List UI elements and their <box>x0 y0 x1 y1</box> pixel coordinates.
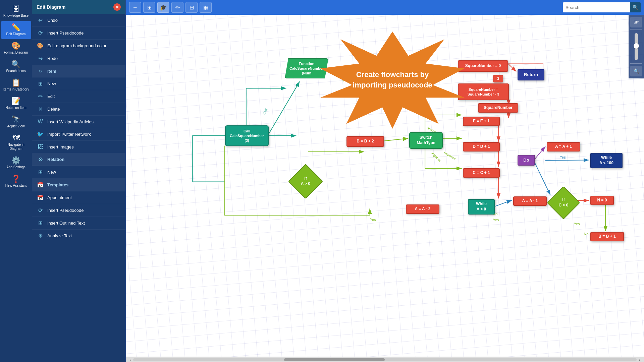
sidebar-item-label: Notes on Item <box>5 106 26 110</box>
sidebar-item-label: Items in Category <box>3 87 29 92</box>
search-items-icon: 🔍 <box>11 61 20 68</box>
appointment-icon: 📅 <box>37 194 44 201</box>
zoom-slider[interactable] <box>635 33 638 60</box>
scroll-right-button[interactable]: › <box>637 357 643 362</box>
right-btn-search[interactable]: 🔍 <box>630 66 642 76</box>
main-area: ← ⊞ 🎓 ✏ ⊟ ▦ 🔍 <box>126 0 644 362</box>
close-button[interactable]: ✕ <box>113 3 121 11</box>
node-a-plus1[interactable]: A = A + 1 <box>547 142 580 152</box>
sidebar-item-label: App Settings <box>6 165 25 169</box>
right-toolbar: ⊞⊡ 🔍 <box>629 15 644 78</box>
outlined-text-icon: ⊞ <box>37 220 44 226</box>
relation-section-icon: ⊙ <box>37 156 44 163</box>
redo-icon: ↪ <box>37 55 44 62</box>
undo-icon: ↩ <box>37 17 44 23</box>
node-d-plus1[interactable]: D = D + 1 <box>463 142 500 152</box>
sidebar-item-app-settings[interactable]: ⚙️ App Settings <box>1 154 31 172</box>
menu-insert-pseudocode[interactable]: ⟳ Insert Pseudocode <box>32 27 125 40</box>
zoom-slider-thumb <box>634 43 639 49</box>
node-while-a-lt100[interactable]: WhileA < 100 <box>590 153 623 168</box>
menu-analyze-text[interactable]: ✳ Analyze Text <box>32 230 125 242</box>
menu-import-twitter[interactable]: 🐦 Import Twitter Network <box>32 128 125 141</box>
delete-icon: ✕ <box>37 106 44 112</box>
sidebar-item-label: Format Diagram <box>4 51 28 55</box>
menu-new-item[interactable]: ⊞ New <box>32 77 125 90</box>
table-button[interactable]: ⊟ <box>185 2 198 13</box>
menu-insert-pseudocode2[interactable]: ⟳ Insert Pseudocode <box>32 204 125 217</box>
node-a-minus2[interactable]: A = A - 2 <box>406 204 439 214</box>
insert-pseudocode-icon: ⟳ <box>37 30 44 36</box>
menu-insert-images[interactable]: 🖼 Insert Images <box>32 141 125 153</box>
starburst-callout: Create flowcharts by importing pseudocod… <box>320 32 465 129</box>
search-button[interactable]: 🔍 <box>630 2 641 12</box>
templates-section-icon: 📅 <box>37 182 44 188</box>
context-panel-title: Edit Diagram <box>37 4 65 10</box>
menu-edit[interactable]: ✏ Edit <box>32 90 125 103</box>
item-section-icon: ○ <box>37 68 44 74</box>
node-squarenumber0[interactable]: SquareNumber = 0 <box>458 60 508 72</box>
sidebar-item-knowledge-base[interactable]: 🗄 Knowledge Base <box>1 3 31 20</box>
search-input[interactable] <box>563 2 630 12</box>
sidebar-item-search-items[interactable]: 🔍 Search Items <box>1 58 31 76</box>
scrollbar-track[interactable] <box>133 358 637 361</box>
menu-redo[interactable]: ↪ Redo <box>32 52 125 65</box>
menu-appointment[interactable]: 📅 Appointment <box>32 191 125 204</box>
navigate-icon: 🗺 <box>12 134 20 142</box>
pen-button[interactable]: ✏ <box>171 2 183 13</box>
node-if-c-gt0[interactable]: IfC > 0 <box>552 191 575 215</box>
menu-insert-wikipedia[interactable]: W Insert Wikipedia Articles <box>32 116 125 128</box>
bottom-scrollbar: ‹ › <box>126 357 644 362</box>
chart-button[interactable]: ▦ <box>200 2 212 13</box>
sidebar-item-items-in-category[interactable]: 📋 Items in Category <box>1 76 31 94</box>
node-switch[interactable]: SwitchMathType <box>409 132 443 149</box>
node-e-plus1[interactable]: E = E + 1 <box>463 117 500 126</box>
images-icon: 🖼 <box>37 144 44 150</box>
node-b-plus1[interactable]: B = B + 1 <box>590 232 624 241</box>
diagram-canvas[interactable]: Call No Yes Arithmetic Statistics Algebr… <box>126 15 644 357</box>
node-a-minus1[interactable]: A = A - 1 <box>513 196 547 206</box>
app-settings-icon: ⚙️ <box>11 157 20 164</box>
node-return[interactable]: Return <box>518 69 544 80</box>
menu-undo[interactable]: ↩ Undo <box>32 14 125 27</box>
node-b-plus2[interactable]: B = B + 2 <box>346 136 384 147</box>
sidebar-item-label: Edit Diagram <box>6 32 26 36</box>
node-squarenumber-lbl[interactable]: SquareNumber <box>478 103 518 113</box>
context-panel-header: Edit Diagram ✕ <box>32 0 125 14</box>
sidebar-item-format-diagram[interactable]: 🎨 Format Diagram <box>1 40 31 57</box>
sidebar-item-navigate[interactable]: 🗺 Navigate in Diagram <box>1 132 31 154</box>
sidebar-item-label: Search Items <box>6 69 26 73</box>
menu-edit-bg-color[interactable]: 🎨 Edit diagram background color <box>32 40 125 52</box>
scrollbar-thumb[interactable] <box>284 358 385 361</box>
insert-pseudo2-icon: ⟳ <box>37 207 44 214</box>
menu-insert-outlined-text[interactable]: ⊞ Insert Outlined Text <box>32 217 125 230</box>
starburst-text: Create flowcharts by importing pseudocod… <box>345 70 439 90</box>
grid-button[interactable]: ⊞ <box>143 2 155 13</box>
sidebar-item-label: Navigate in Diagram <box>2 143 30 151</box>
back-button[interactable]: ← <box>129 2 141 13</box>
node-c-plus1[interactable]: C = C + 1 <box>463 168 500 178</box>
sidebar-item-adjust-view[interactable]: 🔭 Adjust View <box>1 113 31 131</box>
twitter-icon: 🐦 <box>37 131 44 137</box>
right-btn-grid[interactable]: ⊞⊡ <box>630 17 642 27</box>
hat-button[interactable]: 🎓 <box>157 2 169 13</box>
menu-new-relation[interactable]: ⊞ New <box>32 166 125 179</box>
knowledge-base-icon: 🗄 <box>12 5 20 13</box>
scroll-left-button[interactable]: ‹ <box>127 357 133 362</box>
sidebar: 🗄 Knowledge Base ✏️ Edit Diagram 🎨 Forma… <box>0 0 32 362</box>
analyze-text-icon: ✳ <box>37 233 44 239</box>
context-panel: Edit Diagram ✕ ↩ Undo ⟳ Insert Pseudocod… <box>32 0 126 362</box>
node-n-eq0[interactable]: N = 0 <box>590 196 614 205</box>
search-area: 🔍 <box>563 2 641 12</box>
node-squarenumber-eq[interactable]: SquareNumber =SquareNumber - 3 <box>458 83 509 100</box>
help-icon: ❓ <box>11 175 20 183</box>
sidebar-item-help[interactable]: ❓ Help Assistant <box>1 173 31 190</box>
node-if-a-gt0[interactable]: IfA > 0 <box>293 169 318 194</box>
node-call[interactable]: CallCalcSquareNumber(3) <box>225 125 269 146</box>
menu-delete[interactable]: ✕ Delete <box>32 103 125 116</box>
node-do[interactable]: Do <box>518 155 535 166</box>
sidebar-item-edit-diagram[interactable]: ✏️ Edit Diagram <box>1 21 31 39</box>
sidebar-item-notes[interactable]: 📝 Notes on Item <box>1 95 31 113</box>
top-toolbar: ← ⊞ 🎓 ✏ ⊟ ▦ 🔍 <box>126 0 644 15</box>
node-while-a-gt0[interactable]: WhileA > 0 <box>468 199 495 215</box>
sidebar-item-label: Knowledge Base <box>3 14 29 18</box>
